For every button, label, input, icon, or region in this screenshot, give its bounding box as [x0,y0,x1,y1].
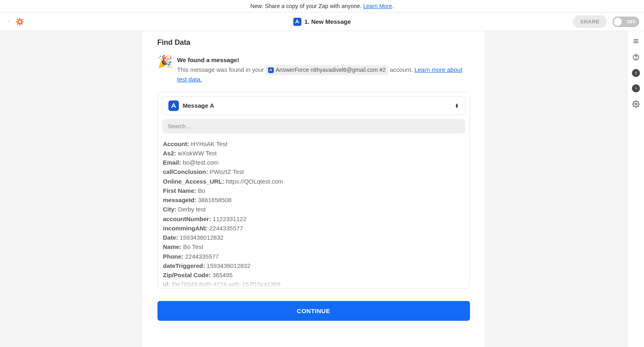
field-key: Phone: [163,253,185,260]
field-key: Name: [163,243,183,250]
field-value: Bo Test [183,243,203,250]
field-key: Online_Access_URL: [163,178,226,185]
account-chip: AnswerForce nithyavadivel6@gmail.com #2 [266,65,388,75]
svg-rect-0 [19,18,21,20]
message-selector-label: Message A [183,102,451,109]
section-title: Find Data [157,38,470,47]
field-row: Zip/Postal Code: 365495 [163,270,465,280]
field-value: 1593436012832 [207,262,250,269]
back-chevron-icon[interactable] [5,17,13,27]
header-bar: 1. New Message SHARE OFF [0,13,644,31]
field-key: dateTriggered: [163,262,207,269]
field-key: incommingANI: [163,225,210,232]
menu-icon[interactable] [631,37,640,46]
field-key: id: [163,281,172,288]
message-selector[interactable]: Message A ▲▼ [162,96,465,115]
found-description: This message was found in your AnswerFor… [177,65,470,84]
svg-rect-4 [20,19,23,21]
field-value: https://QOLqtest.com [226,178,283,185]
field-key: accountNumber: [163,215,213,222]
celebration-icon: 🎉 [157,56,172,84]
field-value: 365495 [212,272,233,278]
field-row: Email: bo@test.com [163,158,465,167]
field-row: id: f0e78343-fed9-4274-aefc-157f15c41369 [163,280,465,288]
field-value: 1593436012832 [180,234,223,241]
share-button[interactable]: SHARE [573,15,607,28]
field-list: Account: HYHsAK TestAs2: wXokWW TestEmai… [162,139,465,288]
field-row: dateTriggered: 1593436012832 [163,261,465,270]
field-row: accountNumber: 1122331122 [163,214,465,224]
field-row: City: Derby test [163,205,465,214]
svg-point-17 [636,74,636,75]
field-value: PWoztZ Test [210,168,243,175]
field-row: Date: 1593436012832 [163,233,465,242]
field-row: Phone: 2244335577 [163,252,465,261]
answerforce-app-icon [168,100,179,111]
alert-icon[interactable] [632,69,640,77]
field-key: Email: [163,159,183,166]
toggle-knob [614,18,622,26]
field-row: First Name: Bo [163,186,465,195]
search-input[interactable] [162,119,465,134]
answerforce-app-icon [293,18,301,26]
field-row: Account: HYHsAK Test [163,139,465,148]
field-row: As2: wXokWW Test [163,148,465,158]
svg-rect-3 [21,21,23,22]
field-value: 2244335577 [210,225,243,232]
svg-rect-6 [17,19,19,21]
field-row: callConclusion: PWoztZ Test [163,167,465,176]
field-value: 1122331122 [213,215,246,222]
help-icon[interactable] [631,53,640,62]
field-key: As2: [163,150,178,157]
field-key: Account: [163,140,191,147]
field-value: bo@test.com [183,159,219,166]
field-key: City: [163,206,178,213]
svg-rect-5 [17,22,19,24]
svg-point-15 [636,59,636,59]
announcement-learn-more-link[interactable]: Learn More [363,3,392,9]
field-value: f0e78343-fed9-4274-aefc-157f15c41369 [172,281,281,288]
field-value: 2244335577 [185,253,219,260]
toggle-state-label: OFF [627,19,636,24]
field-row: Online_Access_URL: https://QOLqtest.com [163,177,465,186]
field-row: messageId: 3861658508 [163,195,465,205]
step-panel: Find Data 🎉 We found a message! This mes… [143,31,485,347]
announcement-bar: New: Share a copy of your Zap with anyon… [0,0,644,13]
field-key: First Name: [163,187,198,194]
settings-gear-icon[interactable] [631,100,640,109]
svg-point-18 [635,103,637,105]
right-rail [627,31,644,347]
continue-button[interactable]: CONTINUE [157,301,470,321]
field-key: Date: [163,234,180,241]
field-value: Bo [198,187,205,194]
svg-rect-2 [16,21,19,22]
zap-enable-toggle[interactable]: OFF [613,17,639,27]
field-value: Derby test [178,206,206,213]
field-key: callConclusion: [163,168,210,175]
announcement-text: New: Share a copy of your Zap with anyon… [250,3,363,9]
svg-rect-7 [20,22,23,24]
field-key: messageId: [163,196,198,203]
field-key: Zip/Postal Code: [163,272,213,278]
step-title: 1. New Message [304,18,351,25]
field-row: Name: Bo Test [163,242,465,251]
svg-rect-1 [19,23,21,25]
field-row: incommingANI: 2244335577 [163,224,465,233]
svg-rect-16 [636,72,636,74]
field-value: wXokWW Test [178,150,216,157]
field-value: HYHsAK Test [191,140,228,147]
zapier-logo-icon[interactable] [15,17,24,26]
field-value: 3861658508 [198,196,231,203]
sort-caret-icon: ▲▼ [455,103,459,108]
found-headline: We found a message! [177,56,470,63]
answerforce-app-icon [268,67,274,73]
history-clock-icon[interactable] [632,84,640,92]
data-card: Message A ▲▼ Account: HYHsAK TestAs2: wX… [157,92,470,289]
